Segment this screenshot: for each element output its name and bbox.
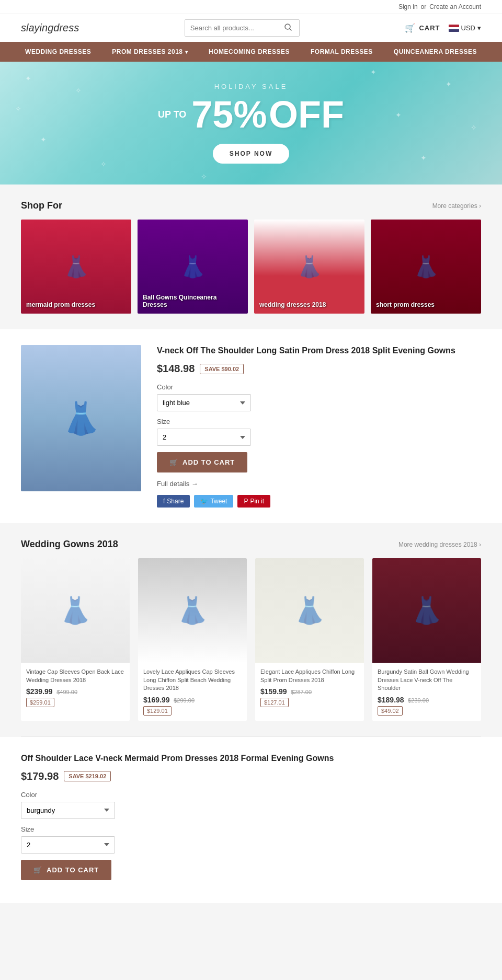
coupon-badge: $259.01 — [26, 698, 54, 707]
size-label: Size — [21, 825, 481, 833]
product-price: $159.99 — [260, 687, 287, 696]
chevron-down-icon: ▾ — [185, 49, 188, 55]
featured-product-1: 👗 V-neck Off The Shoulder Long Satin Pro… — [0, 329, 502, 523]
product-card-body: Elegant Lace Appliques Chiffon Long Spli… — [255, 663, 364, 712]
product-info: Off Shoulder Lace V-neck Mermaid Prom Dr… — [21, 753, 481, 887]
tweet-button[interactable]: 🐦 Tweet — [194, 495, 233, 508]
add-to-cart-label: ADD TO CART — [47, 866, 99, 874]
price-row: $148.98 SAVE $90.02 — [157, 363, 481, 375]
more-categories-link[interactable]: More categories › — [432, 202, 481, 210]
shop-for-title: Shop For — [21, 200, 62, 211]
shop-for-header: Shop For More categories › — [21, 200, 481, 211]
shop-now-button[interactable]: SHOP NOW — [213, 144, 289, 164]
nav-bar: WEDDING DRESSES PROM DRESSES 2018 ▾ HOME… — [0, 42, 502, 62]
color-select[interactable]: burgundy — [21, 802, 115, 819]
product-image: 👗 — [21, 345, 141, 491]
product-old-price: $239.00 — [408, 697, 429, 704]
coupon-badge: $129.01 — [143, 706, 172, 716]
product-old-price: $287.00 — [291, 689, 312, 695]
nav-item-wedding[interactable]: WEDDING DRESSES — [15, 42, 101, 62]
product-card-pricing: $189.98 $239.00 — [378, 696, 476, 704]
category-card[interactable]: 👗 short prom dresses — [371, 220, 481, 314]
category-image: 👗 — [371, 220, 481, 314]
signin-link[interactable]: Sign in — [398, 3, 418, 10]
product-card-body: Burgundy Satin Ball Gown Wedding Dresses… — [372, 663, 481, 720]
flag-icon — [449, 25, 459, 32]
category-image: 👗 — [254, 220, 364, 314]
nav-item-prom[interactable]: PROM DRESSES 2018 ▾ — [101, 42, 198, 62]
featured-product-2: Off Shoulder Lace V-neck Mermaid Prom Dr… — [0, 737, 502, 903]
coupon-badge: $49.02 — [378, 706, 403, 716]
add-to-cart-button-2[interactable]: 🛒 ADD TO CART — [21, 860, 111, 880]
search-input[interactable] — [185, 20, 279, 36]
share-facebook-button[interactable]: f Share — [157, 495, 190, 508]
save-badge: SAVE $219.02 — [64, 771, 111, 781]
price-row: $179.98 SAVE $219.02 — [21, 770, 481, 782]
product-card-image: 👗 — [372, 558, 481, 663]
nav-item-homecoming[interactable]: HOMECOMING DRESSES — [198, 42, 300, 62]
coupon-badge: $127.01 — [260, 698, 289, 707]
product-card-image: 👗 — [255, 558, 364, 663]
category-label: wedding dresses 2018 — [259, 301, 359, 308]
full-details-link[interactable]: Full details → — [157, 480, 481, 488]
search-icon — [284, 24, 292, 31]
create-account-link[interactable]: Create an Account — [429, 3, 481, 10]
top-bar: Sign in or Create an Account — [0, 0, 502, 14]
product-card-title: Burgundy Satin Ball Gown Wedding Dresses… — [378, 668, 476, 692]
cart-icon: 🛒 — [169, 458, 178, 466]
category-label: mermaid prom dresses — [26, 301, 126, 308]
hero-banner: ✦ ✧ ✦ ✧ ✦ ✧ ✦ ✧ ✦ ✧ ✦ ✧ HOLIDAY SALE UP … — [0, 62, 502, 185]
product-card-body: Vintage Cap Sleeves Open Back Lace Weddi… — [21, 663, 130, 712]
more-wedding-link[interactable]: More wedding dresses 2018 › — [398, 541, 481, 548]
category-card[interactable]: 👗 Ball Gowns Quinceanera Dresses — [138, 220, 248, 314]
product-card[interactable]: 👗 Burgundy Satin Ball Gown Wedding Dress… — [372, 558, 481, 720]
category-label: short prom dresses — [376, 301, 476, 308]
currency-label: USD — [461, 24, 475, 32]
currency-selector[interactable]: USD ▾ — [449, 24, 481, 32]
wedding-gowns-section: Wedding Gowns 2018 More wedding dresses … — [0, 523, 502, 736]
search-button[interactable] — [279, 20, 297, 36]
size-select[interactable]: 2 — [157, 429, 251, 446]
banner-discount: 75% — [191, 94, 267, 135]
twitter-icon: 🐦 — [200, 498, 208, 505]
category-card[interactable]: 👗 wedding dresses 2018 — [254, 220, 364, 314]
category-image: 👗 — [21, 220, 131, 314]
size-label: Size — [157, 418, 481, 425]
add-to-cart-button[interactable]: 🛒 ADD TO CART — [157, 452, 247, 472]
product-card-title: Vintage Cap Sleeves Open Back Lace Weddi… — [26, 668, 124, 684]
cart-icon: 🛒 — [405, 23, 416, 33]
product-card-title: Lovely Lace Appliques Cap Sleeves Long C… — [143, 668, 242, 692]
logo: slayingdress — [21, 22, 79, 34]
pin-button[interactable]: P Pin it — [237, 495, 270, 508]
product-price: $148.98 — [157, 363, 195, 375]
product-card[interactable]: 👗 Lovely Lace Appliques Cap Sleeves Long… — [138, 558, 247, 720]
color-label: Color — [21, 791, 481, 799]
cart-icon: 🛒 — [33, 866, 42, 874]
nav-item-formal[interactable]: FORMAL DRESSES — [300, 42, 383, 62]
product-card[interactable]: 👗 Elegant Lace Appliques Chiffon Long Sp… — [255, 558, 364, 720]
banner-off: OFF — [269, 94, 344, 135]
color-select[interactable]: light blue — [157, 394, 251, 411]
product-old-price: $499.00 — [56, 689, 77, 695]
size-select[interactable]: 2 — [21, 836, 115, 854]
header-right: 🛒 CART USD ▾ — [405, 23, 481, 33]
nav-item-quinceanera[interactable]: QUINCEANERA DRESSES — [383, 42, 487, 62]
product-card[interactable]: 👗 Vintage Cap Sleeves Open Back Lace Wed… — [21, 558, 130, 720]
product-price: $169.99 — [143, 696, 170, 704]
shop-for-section: Shop For More categories › 👗 mermaid pro… — [0, 185, 502, 329]
cart-button[interactable]: 🛒 CART — [405, 23, 440, 33]
product-price: $239.99 — [26, 687, 53, 696]
product-card-image: 👗 — [138, 558, 247, 663]
product-grid: 👗 Vintage Cap Sleeves Open Back Lace Wed… — [21, 558, 481, 720]
product-card-pricing: $159.99 $287.00 — [260, 687, 359, 696]
svg-line-1 — [290, 29, 291, 30]
product-title: V-neck Off The Shoulder Long Satin Prom … — [157, 345, 481, 356]
chevron-down-icon: ▾ — [477, 24, 481, 32]
save-badge: SAVE $90.02 — [200, 364, 244, 374]
category-grid: 👗 mermaid prom dresses 👗 Ball Gowns Quin… — [21, 220, 481, 314]
product-card-pricing: $239.99 $499.00 — [26, 687, 124, 696]
product-card-image: 👗 — [21, 558, 130, 663]
banner-upto: UP TO — [158, 110, 186, 119]
category-card[interactable]: 👗 mermaid prom dresses — [21, 220, 131, 314]
product-old-price: $299.00 — [174, 697, 195, 704]
